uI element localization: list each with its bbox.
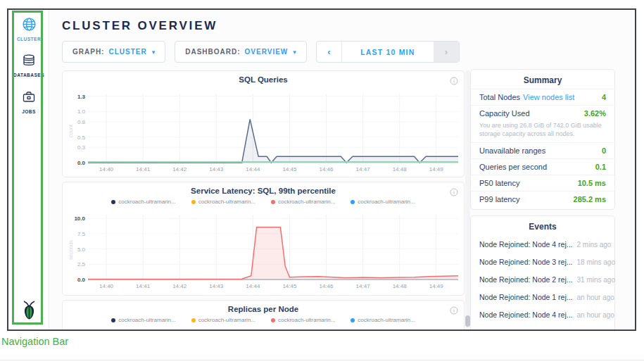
time-range-label[interactable]: LAST 10 MIN xyxy=(342,42,434,62)
summary-value: 3.62% xyxy=(584,109,606,118)
summary-title: Summary xyxy=(471,70,614,89)
svg-text:14:44: 14:44 xyxy=(246,283,260,289)
event-row: Node Rejoined: Node 3 rej... 18 mins ago xyxy=(471,253,614,270)
summary-row-qps: Queries per second 0.1 xyxy=(471,158,614,175)
svg-text:14:40: 14:40 xyxy=(99,283,114,289)
svg-text:2.5: 2.5 xyxy=(77,261,86,268)
sql-queries-chart-canvas[interactable]: 14:4014:4114:4214:4314:4414:4514:4614:47… xyxy=(67,88,461,174)
svg-text:14:45: 14:45 xyxy=(282,166,297,172)
sidebar-item-cluster[interactable]: CLUSTER xyxy=(8,17,49,42)
chart-legend: cockroach-ultramarin... cockroach-ultram… xyxy=(63,199,464,205)
legend-label: cockroach-ultramarin... xyxy=(278,317,335,323)
databases-icon xyxy=(22,54,36,70)
event-text[interactable]: Node Rejoined: Node 4 rej... xyxy=(479,240,573,249)
info-icon[interactable] xyxy=(450,305,458,313)
sidebar-item-databases[interactable]: DATABASES xyxy=(8,54,49,77)
summary-row-total-nodes: Total Nodes View nodes list 4 xyxy=(471,89,614,105)
briefcase-icon xyxy=(22,90,36,107)
legend-label: cockroach-ultramarin... xyxy=(118,199,175,205)
cockroach-logo[interactable] xyxy=(8,300,49,324)
summary-value: 0.1 xyxy=(595,163,606,171)
service-latency-chart-canvas[interactable]: 14:4014:4114:4214:4314:4414:4514:4614:47… xyxy=(67,209,461,291)
event-row: Node Rejoined: Node 2 rej... 31 mins ago xyxy=(471,270,614,288)
page: CLUSTER DATABASES xyxy=(0,0,644,364)
legend-item[interactable]: cockroach-ultramarin... xyxy=(351,317,415,323)
time-prev-button[interactable]: ‹ xyxy=(317,42,342,62)
scrollbar-track xyxy=(465,70,470,328)
svg-text:14:49: 14:49 xyxy=(429,283,444,289)
graph-selector-button[interactable]: GRAPH: CLUSTER ▾ xyxy=(62,41,165,63)
globe-icon xyxy=(22,17,37,34)
scrollbar-thumb[interactable] xyxy=(465,315,470,327)
event-time: an hour ago xyxy=(577,294,614,301)
legend-item[interactable]: cockroach-ultramarin... xyxy=(191,199,255,205)
summary-label: P99 latency xyxy=(479,195,519,203)
legend-label: cockroach-ultramarin... xyxy=(278,199,335,205)
legend-item[interactable]: cockroach-ultramarin... xyxy=(111,199,175,205)
svg-text:5.0: 5.0 xyxy=(77,246,86,253)
summary-panel: Summary Total Nodes View nodes list 4 Ca… xyxy=(470,69,615,210)
summary-label: Unavailable ranges xyxy=(479,146,545,155)
chevron-down-icon: ▾ xyxy=(152,49,156,56)
svg-text:14:48: 14:48 xyxy=(393,166,408,172)
summary-value: 4 xyxy=(602,93,606,101)
dashboard-selector-button[interactable]: DASHBOARD: OVERVIEW ▾ xyxy=(175,41,307,63)
view-nodes-list-link[interactable]: View nodes list xyxy=(523,93,602,101)
sidebar-item-label: DATABASES xyxy=(8,73,49,77)
legend-item[interactable]: cockroach-ultramarin... xyxy=(191,317,255,323)
legend-label: cockroach-ultramarin... xyxy=(198,199,255,205)
replicas-chart-canvas[interactable]: 14:4014:4114:4214:4314:4414:4514:4614:47… xyxy=(67,327,461,331)
event-text[interactable]: Node Rejoined: Node 4 rej... xyxy=(479,310,573,319)
summary-value: 285.2 ms xyxy=(574,195,606,203)
sidebar-item-jobs[interactable]: JOBS xyxy=(8,90,49,114)
svg-text:0.8: 0.8 xyxy=(77,119,86,125)
summary-label: P50 latency xyxy=(479,179,519,187)
sidebar-item-label: CLUSTER xyxy=(8,37,49,42)
legend-dot-icon xyxy=(111,200,115,204)
legend-dot-icon xyxy=(111,318,115,322)
legend-dot-icon xyxy=(191,318,196,322)
sidebar-item-label: JOBS xyxy=(8,109,49,114)
legend-item[interactable]: cockroach-ultramarin... xyxy=(351,199,415,205)
legend-dot-icon xyxy=(191,200,196,204)
svg-text:0.3: 0.3 xyxy=(77,144,86,151)
svg-text:14:44: 14:44 xyxy=(246,166,260,172)
svg-text:count: count xyxy=(68,124,74,137)
svg-text:0.5: 0.5 xyxy=(77,134,86,141)
time-next-button[interactable]: › xyxy=(434,42,459,62)
legend-item[interactable]: cockroach-ultramarin... xyxy=(111,317,175,323)
time-range-selector: ‹ LAST 10 MIN › xyxy=(316,41,460,63)
summary-label: Total Nodes xyxy=(479,93,520,101)
event-text[interactable]: Node Rejoined: Node 1 rej... xyxy=(479,293,573,301)
svg-text:14:47: 14:47 xyxy=(356,166,371,172)
svg-text:14:40: 14:40 xyxy=(99,166,114,172)
svg-text:14:47: 14:47 xyxy=(356,283,371,289)
event-row: Node Rejoined: Node 4 rej... an hour ago xyxy=(471,306,614,323)
legend-label: cockroach-ultramarin... xyxy=(358,199,415,205)
summary-row-p50: P50 latency 10.5 ms xyxy=(471,175,614,191)
svg-text:1.3: 1.3 xyxy=(77,94,86,100)
chart-legend: cockroach-ultramarin... cockroach-ultram… xyxy=(63,317,464,323)
event-text[interactable]: Node Rejoined: Node 2 rej... xyxy=(479,275,573,284)
svg-text:14:41: 14:41 xyxy=(136,166,151,172)
chart-title: Service Latency: SQL, 99th percentile xyxy=(63,187,464,195)
svg-text:14:46: 14:46 xyxy=(319,283,334,289)
svg-text:0.0: 0.0 xyxy=(77,277,86,283)
legend-item[interactable]: cockroach-ultramarin... xyxy=(271,317,335,323)
info-icon[interactable] xyxy=(450,187,458,195)
event-row: Node Rejoined: Node 1 rej... an hour ago xyxy=(471,288,614,306)
svg-text:14:43: 14:43 xyxy=(209,283,224,289)
legend-item[interactable]: cockroach-ultramarin... xyxy=(271,199,335,205)
legend-label: cockroach-ultramarin... xyxy=(118,317,175,323)
event-text[interactable]: Node Rejoined: Node 3 rej... xyxy=(479,258,573,266)
svg-text:14:45: 14:45 xyxy=(282,283,297,289)
summary-label: Queries per second xyxy=(479,163,547,171)
info-icon[interactable] xyxy=(450,75,458,84)
page-bottom-divider xyxy=(0,360,644,360)
capacity-subtext: You are using 26.8 GiB of 742.0 GiB usab… xyxy=(471,121,614,142)
svg-text:0.0: 0.0 xyxy=(77,160,86,166)
replicas-per-node-chart-card: Replicas per Node cockroach-ultramarin..… xyxy=(62,300,465,331)
legend-dot-icon xyxy=(271,318,275,322)
svg-text:14:48: 14:48 xyxy=(393,283,408,289)
graph-selector-value: CLUSTER xyxy=(108,48,146,56)
